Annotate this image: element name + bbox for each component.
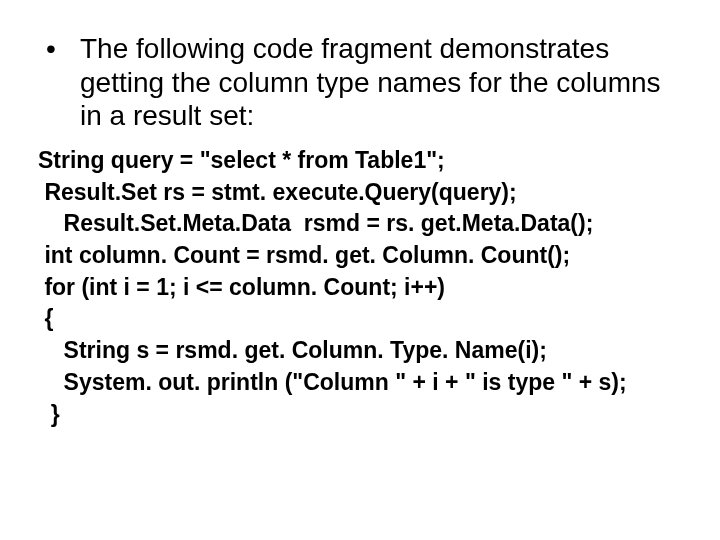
slide-body: • The following code fragment demonstrat…	[0, 0, 720, 540]
bullet-text: The following code fragment demonstrates…	[80, 32, 682, 133]
code-line: System. out. println ("Column " + i + " …	[38, 367, 682, 399]
code-fragment: String query = "select * from Table1"; R…	[38, 145, 682, 431]
code-line: String s = rsmd. get. Column. Type. Name…	[38, 335, 682, 367]
code-line: for (int i = 1; i <= column. Count; i++)	[38, 272, 682, 304]
code-line: String query = "select * from Table1";	[38, 145, 682, 177]
code-line: }	[38, 399, 682, 431]
code-line: Result.Set.Meta.Data rsmd = rs. get.Meta…	[38, 208, 682, 240]
bullet-marker: •	[38, 32, 80, 66]
code-line: {	[38, 303, 682, 335]
code-line: int column. Count = rsmd. get. Column. C…	[38, 240, 682, 272]
code-line: Result.Set rs = stmt. execute.Query(quer…	[38, 177, 682, 209]
intro-bullet: • The following code fragment demonstrat…	[38, 32, 682, 133]
